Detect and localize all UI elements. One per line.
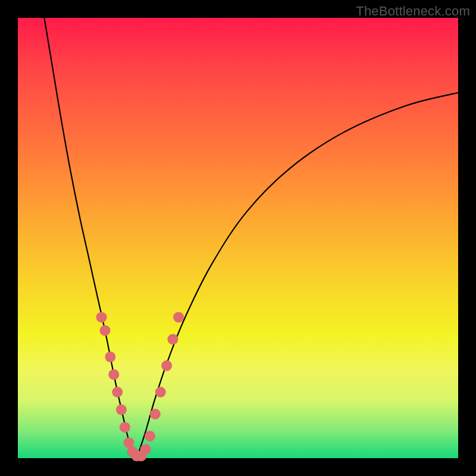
marker-group <box>96 312 184 461</box>
marker-point <box>96 312 107 322</box>
plot-area <box>18 18 458 458</box>
marker-point <box>116 405 127 415</box>
marker-point <box>173 312 184 322</box>
curve-group <box>44 18 458 458</box>
curve-left-branch <box>44 18 136 458</box>
chart-container: TheBottleneck.com <box>0 0 476 476</box>
marker-point <box>112 387 123 397</box>
marker-point <box>140 444 151 455</box>
chart-svg <box>18 18 458 458</box>
marker-point <box>108 369 119 380</box>
marker-point <box>150 409 161 419</box>
marker-point <box>105 352 115 362</box>
marker-point <box>155 387 166 397</box>
watermark-text: TheBottleneck.com <box>356 4 470 19</box>
marker-point <box>100 325 111 336</box>
marker-point <box>120 422 130 433</box>
marker-point <box>161 361 172 371</box>
marker-point <box>145 431 155 441</box>
marker-point <box>167 334 178 345</box>
curve-right-branch <box>137 93 458 458</box>
